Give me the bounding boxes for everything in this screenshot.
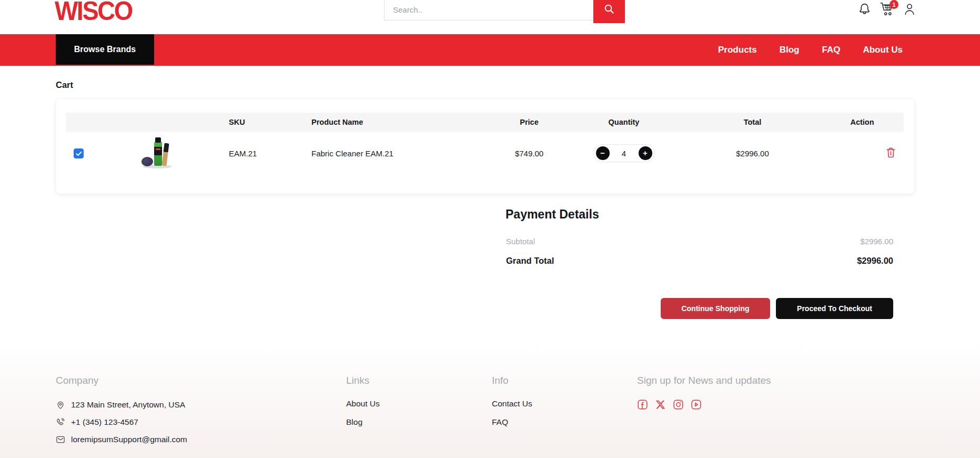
footer: Company 123 Main Street, Anytown, USA +1… [0,342,980,458]
nav-links: Products Blog FAQ About Us [718,34,903,66]
grand-total-row: Grand Total $2996.00 [506,256,893,266]
footer-newsletter-column: Sign up for News and updates [637,375,771,410]
quantity-stepper: − 4 + [593,144,655,162]
col-total: Total [684,118,821,126]
search-icon [603,3,615,15]
page: WISCO 1 [0,0,980,458]
user-icon[interactable] [903,2,916,18]
cart-count-badge: 1 [890,0,898,9]
grand-total-value: $2996.00 [857,256,893,266]
footer-address[interactable]: 123 Main Street, Anytown, USA [56,399,187,411]
item-total: $2996.00 [684,149,821,158]
item-name: Fabric Cleaner EAM.21 [311,149,495,158]
footer-info-heading: Info [492,375,532,386]
footer-link-contact-us[interactable]: Contact Us [492,399,532,409]
quantity-increase-button[interactable]: + [639,146,652,160]
notification-bell-icon[interactable] [857,2,872,18]
nav-link-products[interactable]: Products [718,45,757,55]
footer-links-column: Links About Us Blog [346,375,380,436]
product-image [142,137,174,169]
browse-brands-button[interactable]: Browse Brands [56,34,154,65]
search-input[interactable] [384,0,593,21]
continue-shopping-button[interactable]: Continue Shopping [661,298,770,319]
youtube-icon[interactable] [691,399,702,410]
item-sku: EAM.21 [229,149,311,158]
x-twitter-icon[interactable] [655,399,666,410]
footer-info-column: Info Contact Us FAQ [492,375,532,436]
quantity-value: 4 [622,149,626,158]
instagram-icon[interactable] [673,399,684,410]
footer-newsletter-heading: Sign up for News and updates [637,375,771,386]
footer-link-faq[interactable]: FAQ [492,417,532,427]
footer-company-heading: Company [56,375,187,386]
footer-company-column: Company 123 Main Street, Anytown, USA +1… [56,375,187,451]
location-pin-icon [56,400,65,410]
cart-table-header: SKU Product Name Price Quantity Total Ac… [66,113,904,132]
nav-link-about-us[interactable]: About Us [863,45,903,55]
subtotal-row: Subtotal $2996.00 [506,237,893,246]
grand-total-label: Grand Total [506,256,554,266]
trash-icon [885,146,896,158]
footer-phone[interactable]: +1 (345) 123-4567 [56,416,187,428]
proceed-to-checkout-button[interactable]: Proceed To Checkout [776,298,893,319]
nav-link-blog[interactable]: Blog [780,45,800,55]
col-product-name: Product Name [311,118,495,126]
payment-details-title: Payment Details [506,207,599,222]
subtotal-label: Subtotal [506,237,535,246]
quantity-decrease-button[interactable]: − [596,146,610,160]
top-header: WISCO 1 [0,0,980,34]
delete-item-button[interactable] [885,146,896,160]
search-button[interactable] [593,0,625,23]
item-price: $749.00 [495,149,563,158]
item-checkbox[interactable] [74,148,84,158]
check-icon [76,151,82,156]
nav-link-faq[interactable]: FAQ [822,45,841,55]
footer-link-blog[interactable]: Blog [346,417,380,427]
envelope-icon [56,435,65,444]
page-title: Cart [56,80,73,90]
phone-icon [56,417,65,427]
cart-card: SKU Product Name Price Quantity Total Ac… [56,99,914,194]
brand-logo[interactable]: WISCO [55,0,132,26]
footer-link-about-us[interactable]: About Us [346,399,380,409]
cart-table-row: EAM.21 Fabric Cleaner EAM.21 $749.00 − 4… [66,132,904,175]
footer-email[interactable]: loremipsumSupport@gmail.com [56,434,187,445]
col-price: Price [495,118,563,126]
main-navbar: Browse Brands Products Blog FAQ About Us [0,34,980,66]
footer-links-heading: Links [346,375,380,386]
subtotal-value: $2996.00 [860,237,893,246]
social-icons [637,399,771,410]
col-action: Action [821,118,904,126]
facebook-icon[interactable] [637,399,648,410]
col-sku: SKU [229,118,311,126]
col-quantity: Quantity [563,118,684,126]
